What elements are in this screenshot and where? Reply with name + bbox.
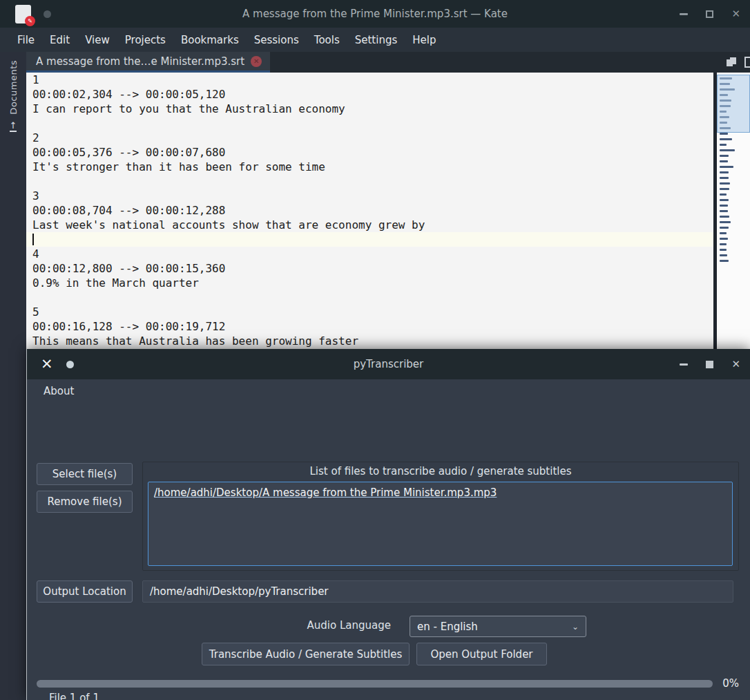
chevron-down-icon: ⌄ xyxy=(572,622,579,632)
pencil-icon: ✎ xyxy=(25,16,35,26)
minimap-line xyxy=(720,149,735,151)
progress-percent: 0% xyxy=(722,677,739,690)
editor-line: 00:00:16,128 --> 00:00:19,712 xyxy=(26,319,713,334)
menu-item-sessions[interactable]: Sessions xyxy=(247,30,307,50)
menu-item-view[interactable]: View xyxy=(77,30,117,50)
editor-line: 0.9% in the March quarter xyxy=(26,276,713,290)
minimap-line xyxy=(720,232,727,234)
minimap-line xyxy=(720,160,728,162)
minimap-line xyxy=(720,171,729,173)
minimap-line xyxy=(720,227,729,229)
editor-line: I can report to you that the Australian … xyxy=(26,102,713,116)
menu-item-about[interactable]: About xyxy=(37,381,80,401)
desktop: ✎ A message from the Prime Minister.mp3.… xyxy=(0,0,750,700)
output-location-button[interactable]: Output Location xyxy=(37,580,133,603)
editor-line: It's stronger than it has been for some … xyxy=(26,160,713,174)
transcribe-button[interactable]: Transcribe Audio / Generate Subtitles xyxy=(202,643,410,665)
editor-line: This means that Australia has been growi… xyxy=(26,334,713,348)
minimap-visible-region[interactable] xyxy=(717,75,750,133)
document-tab[interactable]: A message from the…e Minister.mp3.srt ✕ xyxy=(26,52,270,73)
file-counter: File 1 of 1 xyxy=(49,692,99,700)
menu-item-edit[interactable]: Edit xyxy=(42,30,77,50)
minimap-line xyxy=(720,243,727,245)
editor-line: 3 xyxy=(26,189,713,203)
minimap-line xyxy=(720,193,727,196)
minimap-line xyxy=(720,221,731,223)
remove-files-button[interactable]: Remove file(s) xyxy=(37,491,133,513)
editor-line: 00:00:08,704 --> 00:00:12,288 xyxy=(26,203,713,218)
file-list[interactable]: /home/adhi/Desktop/A message from the Pr… xyxy=(148,482,733,566)
document-tab-label: A message from the…e Minister.mp3.srt xyxy=(36,55,244,68)
editor-line xyxy=(26,116,713,131)
documents-label: Documents xyxy=(8,60,19,115)
text-cursor xyxy=(32,234,34,245)
minimap-line xyxy=(720,199,729,201)
kate-left-sidebar: Documents ↑ xyxy=(0,52,26,700)
tab-close-icon[interactable]: ✕ xyxy=(251,56,262,67)
minimap-line xyxy=(720,155,729,157)
kate-minimize-button[interactable] xyxy=(680,13,688,15)
editor-line: 00:00:05,376 --> 00:00:07,680 xyxy=(26,145,713,160)
minimap-line xyxy=(720,177,729,179)
pytranscriber-menubar: About xyxy=(27,379,750,403)
minimap-line xyxy=(720,138,732,140)
minimap-line xyxy=(720,210,728,212)
split-view-icon[interactable] xyxy=(744,57,750,68)
kate-titlebar-dot-icon xyxy=(44,10,51,18)
pytranscriber-maximize-button[interactable] xyxy=(706,361,713,368)
file-list-group-title: List of files to transcribe audio / gene… xyxy=(143,465,738,477)
pytranscriber-window: ✕ pyTranscriber ✕ About Select file(s) R… xyxy=(26,349,750,700)
menu-item-help[interactable]: Help xyxy=(405,30,443,50)
minimap-line xyxy=(720,182,730,185)
editor-line: 00:00:12,800 --> 00:00:15,360 xyxy=(26,261,713,276)
menu-item-file[interactable]: File xyxy=(10,30,42,50)
kate-maximize-button[interactable] xyxy=(706,10,713,18)
pytranscriber-minimize-button[interactable] xyxy=(680,363,688,366)
pytranscriber-close-button[interactable]: ✕ xyxy=(731,359,740,370)
audio-language-value: en - English xyxy=(417,621,478,633)
menu-item-projects[interactable]: Projects xyxy=(117,30,173,50)
duplicate-document-icon[interactable] xyxy=(727,57,738,67)
sidebar-tab-documents[interactable]: Documents ↑ xyxy=(8,60,19,132)
documents-panel-icon: ↑ xyxy=(10,121,17,132)
minimap-line xyxy=(720,133,728,135)
menu-item-bookmarks[interactable]: Bookmarks xyxy=(173,30,247,50)
menu-item-settings[interactable]: Settings xyxy=(347,30,405,50)
minimap-line xyxy=(720,205,728,207)
kate-app-icon: ✎ xyxy=(15,5,31,23)
pytranscriber-app-icon: ✕ xyxy=(41,357,53,372)
file-list-groupbox: List of files to transcribe audio / gene… xyxy=(142,462,739,571)
minimap-line xyxy=(720,188,729,190)
kate-window-title: A message from the Prime Minister.mp3.sr… xyxy=(0,8,750,20)
minimap-line xyxy=(720,166,733,168)
editor-line: 2 xyxy=(26,131,713,145)
minimap-line xyxy=(720,144,727,146)
editor-line: 1 xyxy=(26,73,713,87)
pytranscriber-window-title: pyTranscriber xyxy=(27,358,750,370)
minimap-line xyxy=(720,254,727,256)
minimap-line xyxy=(720,260,729,262)
editor-line: 00:00:02,304 --> 00:00:05,120 xyxy=(26,87,713,102)
audio-language-select[interactable]: en - English ⌄ xyxy=(410,616,586,637)
kate-close-button[interactable]: ✕ xyxy=(731,9,740,19)
editor-line: 5 xyxy=(26,305,713,319)
editor-line xyxy=(26,290,713,305)
progress-bar xyxy=(37,680,713,688)
file-list-item[interactable]: /home/adhi/Desktop/A message from the Pr… xyxy=(154,486,727,499)
kate-titlebar: ✎ A message from the Prime Minister.mp3.… xyxy=(0,0,750,28)
output-path-field[interactable]: /home/adhi/Desktop/pyTranscriber xyxy=(142,580,733,603)
editor-line: Last week's national accounts show that … xyxy=(26,218,713,232)
editor-line xyxy=(26,174,713,189)
editor-line: 4 xyxy=(26,247,713,261)
kate-tabbar: A message from the…e Minister.mp3.srt ✕ xyxy=(26,52,750,73)
editor-line xyxy=(26,232,713,247)
pytranscriber-titlebar-dot-icon xyxy=(66,361,74,368)
kate-menubar: FileEditViewProjectsBookmarksSessionsToo… xyxy=(0,28,750,52)
minimap-line xyxy=(720,238,728,240)
menu-item-tools[interactable]: Tools xyxy=(307,30,347,50)
select-files-button[interactable]: Select file(s) xyxy=(37,463,133,485)
pytranscriber-body: Select file(s) Remove file(s) List of fi… xyxy=(27,403,750,700)
audio-language-label: Audio Language xyxy=(27,619,391,632)
open-output-folder-button[interactable]: Open Output Folder xyxy=(416,643,547,665)
minimap-line xyxy=(720,216,729,218)
